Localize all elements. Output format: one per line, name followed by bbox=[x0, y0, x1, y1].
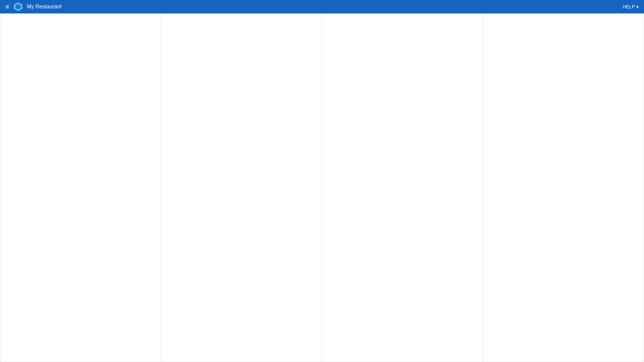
hamburger-icon[interactable]: ≡ bbox=[5, 3, 9, 11]
top-navbar: ≡ My Restaurant HELP ▾ bbox=[0, 0, 644, 13]
bg-col-2 bbox=[162, 14, 322, 361]
background-page bbox=[0, 13, 644, 362]
nav-left: ≡ My Restaurant bbox=[5, 2, 62, 11]
bg-col-3 bbox=[322, 14, 483, 361]
help-nav-arrow: ▾ bbox=[636, 4, 639, 9]
help-nav-button[interactable]: HELP ▾ bbox=[623, 4, 639, 9]
app-logo bbox=[13, 2, 23, 11]
app-title: My Restaurant bbox=[27, 4, 62, 10]
help-nav-label: HELP bbox=[623, 4, 635, 9]
bg-col-1 bbox=[1, 14, 161, 361]
bg-col-4 bbox=[483, 14, 644, 361]
